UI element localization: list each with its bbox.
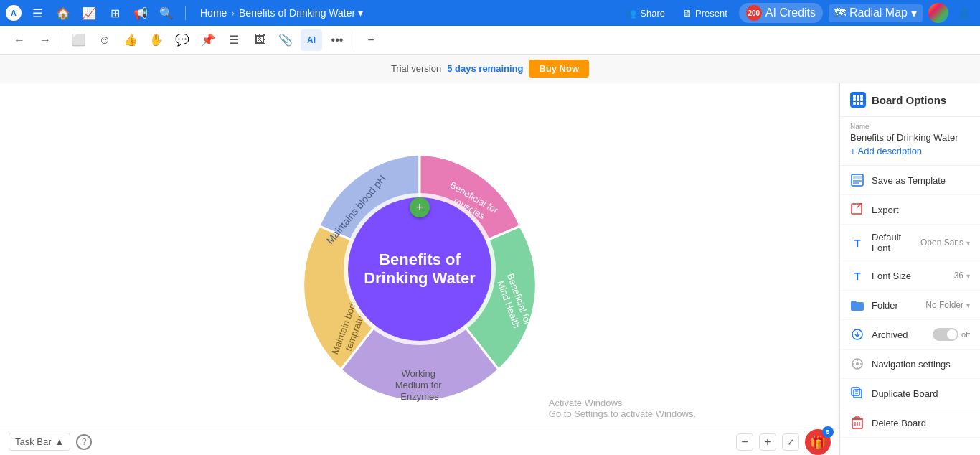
present-button[interactable]: 🖥 Present xyxy=(677,6,733,21)
svg-rect-9 xyxy=(860,95,863,98)
svg-point-25 xyxy=(856,362,859,365)
emoji-tool-button[interactable]: ☺ xyxy=(94,29,116,51)
save-as-template-row[interactable]: Save as Template xyxy=(840,166,980,195)
taskbar-button[interactable]: Task Bar ▲ xyxy=(9,433,70,451)
nav-divider xyxy=(185,6,186,20)
toolbar: ← → ⬜ ☺ 👍 ✋ 💬 📌 ☰ 🖼 📎 AI ••• − xyxy=(0,26,980,55)
user-profile-icon[interactable]: 👤 xyxy=(954,3,974,23)
svg-rect-10 xyxy=(853,98,856,101)
export-label: Export xyxy=(872,205,970,215)
forward-button[interactable]: → xyxy=(34,29,56,51)
board-name-value[interactable]: Benefits of Drinking Water xyxy=(850,132,970,143)
buy-now-button[interactable]: Buy Now xyxy=(529,60,589,78)
nav-settings-svg-icon xyxy=(851,357,864,370)
svg-text:A: A xyxy=(11,9,17,17)
hamburger-menu-button[interactable]: ☰ xyxy=(27,3,47,23)
template-icon xyxy=(851,174,864,187)
save-template-label: Save as Template xyxy=(872,175,970,186)
board-name-section: Name Benefits of Drinking Water + Add de… xyxy=(840,117,980,166)
credits-label: AI Credits xyxy=(765,6,816,19)
radialmap-button[interactable]: 🗺 Radial Map ▾ xyxy=(829,4,923,22)
zoom-out-button[interactable]: − xyxy=(736,433,753,451)
gift-button[interactable]: 🎁 5 xyxy=(805,429,831,455)
default-font-row[interactable]: T Default Font Open Sans ▾ xyxy=(840,225,980,261)
default-font-label: Default Font xyxy=(872,232,913,253)
zoom-in-button[interactable]: + xyxy=(759,433,776,451)
toolbar-divider-2 xyxy=(354,32,354,48)
trial-days: 5 days remaining xyxy=(447,63,523,74)
folder-row[interactable]: Folder No Folder ▾ xyxy=(840,291,980,320)
trial-text: Trial version xyxy=(391,63,441,74)
panel-title: Board Options xyxy=(872,94,946,106)
folder-value: No Folder ▾ xyxy=(925,300,970,310)
delete-icon xyxy=(850,416,864,430)
grid-nav-button[interactable]: ⊞ xyxy=(105,3,125,23)
svg-rect-14 xyxy=(857,102,859,105)
svg-rect-12 xyxy=(860,98,863,101)
taskbar-label: Task Bar xyxy=(15,436,52,447)
share-button[interactable]: 👥 Share xyxy=(619,6,671,21)
svg-rect-8 xyxy=(857,95,859,98)
delete-board-row[interactable]: Delete Board xyxy=(840,408,980,438)
archived-row[interactable]: Archived off xyxy=(840,320,980,350)
comment-tool-button[interactable]: 💬 xyxy=(171,29,193,51)
duplicate-board-row[interactable]: Duplicate Board xyxy=(840,379,980,408)
svg-rect-11 xyxy=(857,98,859,101)
credits-button[interactable]: 200 AI Credits xyxy=(739,3,823,23)
font-size-row[interactable]: T Font Size 36 ▾ xyxy=(840,261,980,291)
font-size-label: Font Size xyxy=(872,271,947,281)
ai-tool-button[interactable]: AI xyxy=(301,29,322,51)
folder-svg-icon xyxy=(851,300,864,311)
pin-tool-button[interactable]: 📌 xyxy=(197,29,219,51)
image-tool-button[interactable]: 🖼 xyxy=(249,29,270,51)
archived-toggle-label: off xyxy=(961,330,970,339)
center-label: Benefits of Drinking Water xyxy=(348,250,491,288)
breadcrumb-current[interactable]: Benefits of Drinking Water ▾ xyxy=(239,7,363,19)
help-button[interactable]: ? xyxy=(76,434,92,450)
radialmap-label: Radial Map xyxy=(849,6,908,19)
main-area: Maintains blood pH Beneficial for muscle… xyxy=(0,83,980,455)
cursor-tool-button[interactable]: ✋ xyxy=(146,29,167,51)
announce-nav-button[interactable]: 📢 xyxy=(131,3,151,23)
breadcrumb-home[interactable]: Home xyxy=(200,7,227,19)
folder-label: Folder xyxy=(872,300,918,311)
svg-rect-17 xyxy=(853,176,862,179)
credits-badge: 200 xyxy=(746,5,762,21)
trash-svg-icon xyxy=(852,416,863,429)
duplicate-board-label: Duplicate Board xyxy=(872,388,970,399)
chart-nav-button[interactable]: 📈 xyxy=(79,3,99,23)
right-panel: Board Options Name Benefits of Drinking … xyxy=(839,83,980,455)
name-label: Name xyxy=(850,123,970,131)
radial-chart: Maintains blood pH Beneficial for muscle… xyxy=(233,97,606,441)
svg-rect-15 xyxy=(860,102,863,105)
navigation-settings-row[interactable]: Navigation settings xyxy=(840,350,980,379)
panel-header: Board Options xyxy=(840,83,980,117)
present-icon: 🖥 xyxy=(682,8,692,19)
share-label: Share xyxy=(640,8,665,19)
breadcrumb-separator: › xyxy=(231,7,235,19)
add-description-button[interactable]: + Add description xyxy=(850,143,970,159)
archived-toggle-switch[interactable] xyxy=(933,328,958,341)
like-tool-button[interactable]: 👍 xyxy=(120,29,141,51)
user-avatar[interactable] xyxy=(928,3,948,23)
app-logo[interactable]: A xyxy=(6,5,22,21)
font-dropdown-arrow: ▾ xyxy=(966,239,970,247)
back-button[interactable]: ← xyxy=(9,29,30,51)
canvas[interactable]: Maintains blood pH Beneficial for muscle… xyxy=(0,83,839,455)
archived-toggle[interactable]: off xyxy=(933,328,970,341)
fit-screen-button[interactable]: ⤢ xyxy=(782,433,799,451)
duplicate-icon xyxy=(850,386,864,400)
save-template-icon xyxy=(850,173,864,187)
export-row[interactable]: Export xyxy=(840,195,980,225)
search-nav-button[interactable]: 🔍 xyxy=(156,3,176,23)
frame-tool-button[interactable]: ⬜ xyxy=(68,29,90,51)
clip-tool-button[interactable]: 📎 xyxy=(275,29,296,51)
list-tool-button[interactable]: ☰ xyxy=(223,29,245,51)
toolbar-divider-1 xyxy=(62,32,62,48)
home-nav-button[interactable]: 🏠 xyxy=(53,3,73,23)
navigation-settings-label: Navigation settings xyxy=(872,359,970,370)
zoom-controls: − + ⤢ 🎁 5 xyxy=(736,429,831,455)
more-tool-button[interactable]: ••• xyxy=(326,29,348,51)
add-segment-button[interactable]: + xyxy=(410,197,430,217)
minus-tool-button[interactable]: − xyxy=(360,29,382,51)
